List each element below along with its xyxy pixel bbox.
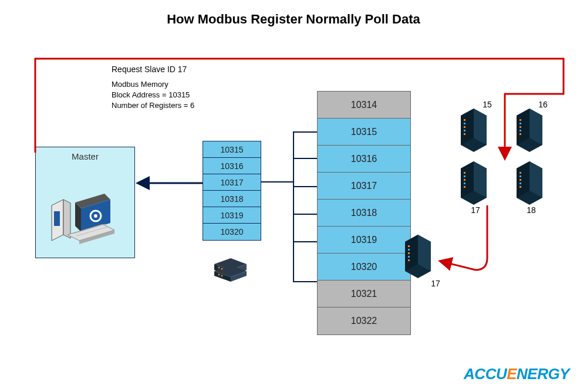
- modbus-memory-info: Modbus Memory Block Address = 10315 Numb…: [112, 79, 194, 111]
- svg-rect-53: [519, 186, 521, 188]
- register-cell: 10319: [203, 207, 261, 224]
- rack-label: 18: [519, 205, 543, 215]
- memory-line: Block Address = 10315: [112, 90, 194, 100]
- register-cell: 10315: [318, 119, 410, 146]
- small-register-block: 10315 10316 10317 10318 10319 10320: [203, 141, 261, 241]
- register-cell: 10317: [318, 173, 410, 200]
- request-slave-label: Request Slave ID 17: [112, 65, 187, 74]
- svg-rect-2: [54, 211, 60, 226]
- page-title: How Modbus Register Normally Poll Data: [0, 12, 587, 27]
- register-cell: 10316: [318, 146, 410, 173]
- svg-point-21: [221, 275, 223, 277]
- register-cell: 10321: [318, 281, 410, 307]
- register-cell: 10315: [203, 141, 261, 158]
- svg-rect-35: [519, 126, 521, 128]
- rack-label: 17: [464, 205, 487, 215]
- rack-label: 16: [531, 100, 555, 109]
- register-cell: 10318: [203, 191, 261, 207]
- svg-rect-37: [519, 133, 521, 135]
- master-computer-icon: [47, 188, 129, 252]
- register-cell: 10314: [318, 92, 410, 119]
- svg-marker-1: [63, 200, 70, 238]
- rack-label: 15: [475, 100, 499, 109]
- svg-point-20: [218, 274, 220, 276]
- server-rack-icon: [461, 161, 490, 205]
- svg-point-19: [221, 268, 223, 270]
- register-cell: 10318: [318, 200, 410, 227]
- svg-rect-60: [408, 256, 410, 258]
- stacked-device-icon: [214, 258, 247, 282]
- svg-point-18: [218, 267, 220, 269]
- svg-rect-52: [519, 183, 521, 184]
- memory-line: Modbus Memory: [112, 79, 194, 90]
- register-cell: 10316: [203, 158, 261, 174]
- svg-rect-33: [519, 119, 521, 121]
- svg-rect-57: [408, 245, 410, 247]
- svg-rect-61: [408, 259, 410, 261]
- server-rack-icon: [461, 109, 490, 153]
- svg-rect-43: [464, 179, 465, 181]
- accuenergy-logo: ACCUENERGY: [464, 365, 569, 383]
- register-cell: 10320: [318, 254, 410, 281]
- master-label: Master: [35, 151, 135, 161]
- svg-rect-44: [464, 183, 465, 184]
- logo-part: E: [507, 365, 517, 383]
- svg-rect-34: [519, 123, 521, 124]
- server-rack-icon: [405, 235, 434, 279]
- register-cell: 10320: [203, 224, 261, 240]
- svg-rect-41: [464, 172, 465, 174]
- register-cell: 10322: [318, 307, 410, 334]
- memory-line: Number of Registers = 6: [112, 100, 194, 111]
- register-cell: 10319: [318, 227, 410, 254]
- svg-point-7: [94, 214, 97, 218]
- server-rack-icon: [517, 161, 546, 205]
- svg-rect-51: [519, 179, 521, 181]
- large-register-block: 10314 10315 10316 10317 10318 10319 1032…: [317, 91, 411, 335]
- logo-part: NERGY: [517, 365, 569, 383]
- svg-rect-45: [464, 186, 465, 188]
- logo-part: ACCU: [464, 365, 507, 383]
- rack-label: 17: [424, 279, 447, 288]
- svg-rect-42: [464, 175, 465, 177]
- svg-rect-59: [408, 252, 410, 254]
- svg-rect-36: [519, 130, 521, 131]
- svg-rect-58: [408, 249, 410, 251]
- register-cell: 10317: [203, 174, 261, 191]
- svg-rect-49: [519, 172, 521, 174]
- svg-rect-50: [519, 175, 521, 177]
- server-rack-icon: [517, 109, 546, 153]
